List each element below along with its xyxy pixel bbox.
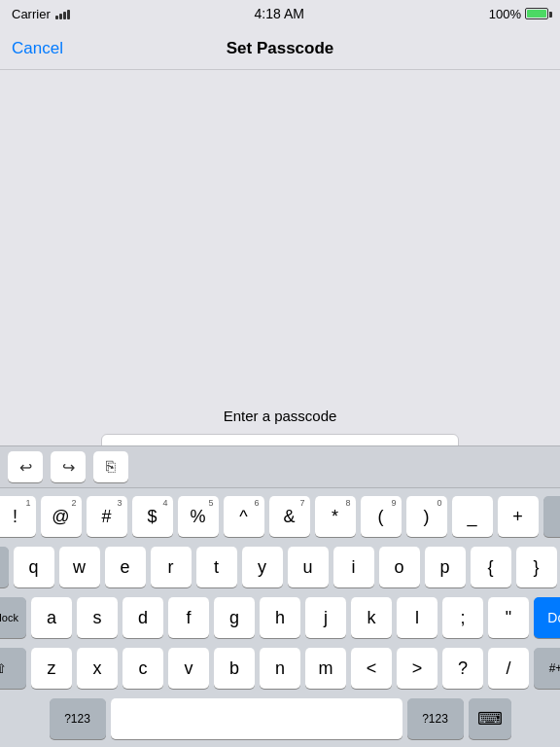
tab-key[interactable]: tab xyxy=(0,547,9,587)
status-bar: Carrier 4:18 AM 100% xyxy=(0,0,560,27)
status-left: Carrier xyxy=(12,7,70,21)
nav-bar: Cancel Set Passcode xyxy=(0,27,560,70)
key-a[interactable]: a xyxy=(31,597,72,638)
num-key-left[interactable]: ?123 xyxy=(50,698,106,739)
key-f[interactable]: f xyxy=(168,597,209,638)
num-key-right[interactable]: ?123 xyxy=(407,698,464,739)
key-y[interactable]: y xyxy=(242,547,283,587)
key-d[interactable]: d xyxy=(122,597,163,638)
key-minus[interactable]: _ xyxy=(452,496,493,537)
key-question[interactable]: ? xyxy=(442,648,483,689)
key-slash[interactable]: / xyxy=(488,648,529,689)
key-lparen[interactable]: (9 xyxy=(361,496,402,537)
undo-button[interactable]: ↩ xyxy=(8,451,43,482)
key-e[interactable]: e xyxy=(105,547,146,587)
key-row-1: ~ !1 @2 #3 $4 %5 ^6 &7 *8 (9 )0 _ + dele… xyxy=(3,496,557,537)
key-rparen[interactable]: )0 xyxy=(406,496,447,537)
signal-bar-3 xyxy=(63,12,66,19)
key-r[interactable]: r xyxy=(151,547,192,587)
done-key[interactable]: Done xyxy=(534,597,560,638)
keyboard: ↩ ↪ ⎘ ~ !1 @2 #3 $4 %5 ^6 &7 *8 (9 )0 _ … xyxy=(0,445,560,747)
key-v[interactable]: v xyxy=(168,648,209,689)
key-row-3: caps lock a s d f g h j k l ; " Done xyxy=(3,597,557,638)
main-content: Enter a passcode •••••••••••••••••• xyxy=(0,70,560,498)
shift-key-left[interactable]: ⇧ xyxy=(0,648,26,689)
key-x[interactable]: x xyxy=(77,648,118,689)
key-m[interactable]: m xyxy=(305,648,346,689)
key-row-5: ?123 ?123 ⌨ xyxy=(3,698,557,739)
time-label: 4:18 AM xyxy=(255,6,304,21)
key-amp[interactable]: &7 xyxy=(269,496,310,537)
space-key[interactable] xyxy=(111,698,402,739)
signal-bar-1 xyxy=(55,16,58,19)
passcode-label: Enter a passcode xyxy=(224,408,337,424)
carrier-label: Carrier xyxy=(12,7,51,21)
caps-lock-key[interactable]: caps lock xyxy=(0,597,26,638)
key-row-2: tab q w e r t y u i o p { } \ xyxy=(3,547,557,587)
page-title: Set Passcode xyxy=(227,39,334,58)
key-h[interactable]: h xyxy=(260,597,300,638)
emoji-key[interactable]: ⌨ xyxy=(469,698,511,739)
signal-bar-2 xyxy=(59,14,62,19)
key-colon[interactable]: ; xyxy=(442,597,483,638)
key-s[interactable]: s xyxy=(77,597,118,638)
key-excl[interactable]: !1 xyxy=(0,496,36,537)
key-percent[interactable]: %5 xyxy=(178,496,219,537)
key-t[interactable]: t xyxy=(196,547,237,587)
cancel-button[interactable]: Cancel xyxy=(12,39,63,58)
key-hash[interactable]: #3 xyxy=(87,496,127,537)
key-w[interactable]: w xyxy=(59,547,100,587)
key-z[interactable]: z xyxy=(31,648,72,689)
key-j[interactable]: j xyxy=(305,597,346,638)
battery-percent: 100% xyxy=(489,7,521,21)
keyboard-toolbar: ↩ ↪ ⎘ xyxy=(0,445,560,488)
keyboard-rows: ~ !1 @2 #3 $4 %5 ^6 &7 *8 (9 )0 _ + dele… xyxy=(0,488,560,747)
key-plus[interactable]: + xyxy=(498,496,539,537)
delete-key[interactable]: delete xyxy=(543,496,561,537)
key-lt[interactable]: < xyxy=(351,648,392,689)
key-u[interactable]: u xyxy=(288,547,329,587)
key-star[interactable]: *8 xyxy=(315,496,356,537)
key-o[interactable]: o xyxy=(379,547,420,587)
signal-bars xyxy=(55,8,70,19)
key-gt[interactable]: > xyxy=(397,648,438,689)
key-c[interactable]: c xyxy=(122,648,163,689)
key-dollar[interactable]: $4 xyxy=(132,496,173,537)
key-b[interactable]: b xyxy=(214,648,255,689)
redo-button[interactable]: ↪ xyxy=(51,451,86,482)
battery-fill xyxy=(527,10,546,18)
key-l[interactable]: l xyxy=(397,597,438,638)
paste-button[interactable]: ⎘ xyxy=(93,451,128,482)
key-p[interactable]: p xyxy=(425,547,466,587)
key-n[interactable]: n xyxy=(260,648,300,689)
key-at[interactable]: @2 xyxy=(41,496,82,537)
key-g[interactable]: g xyxy=(214,597,255,638)
key-rbrace[interactable]: } xyxy=(516,547,557,587)
battery-icon xyxy=(525,8,548,19)
status-right: 100% xyxy=(489,7,548,21)
signal-bar-4 xyxy=(67,10,70,19)
key-quote[interactable]: " xyxy=(488,597,529,638)
key-lbrace[interactable]: { xyxy=(471,547,511,587)
key-q[interactable]: q xyxy=(14,547,54,587)
key-caret[interactable]: ^6 xyxy=(224,496,264,537)
key-k[interactable]: k xyxy=(351,597,392,638)
key-row-4: ⇧ z x c v b n m < > ? / #+= xyxy=(3,648,557,689)
key-i[interactable]: i xyxy=(333,547,374,587)
hashplus-key[interactable]: #+= xyxy=(534,648,560,689)
